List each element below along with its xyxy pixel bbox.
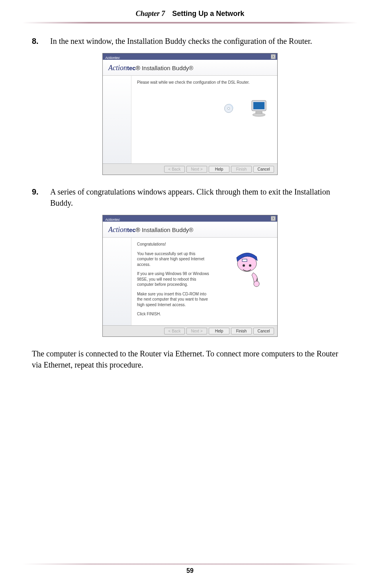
cd-icon — [223, 103, 234, 114]
cancel-button[interactable]: Cancel — [253, 166, 274, 173]
dialog-content: Congratulations! You have successfully s… — [131, 238, 277, 325]
step-8: 8. In the next window, the Installation … — [32, 35, 348, 47]
page-number: 59 — [0, 567, 380, 574]
help-button[interactable]: Help — [209, 328, 229, 334]
close-icon[interactable]: X — [271, 54, 276, 59]
next-button[interactable]: Next > — [186, 328, 207, 334]
titlebar: Actiontec X — [103, 215, 277, 222]
finish-button[interactable]: Finish — [231, 166, 252, 173]
dialog-header: Actiontec® Installation Buddy® — [103, 222, 277, 238]
brand: Actiontec® Installation Buddy® — [108, 226, 193, 233]
congrats-line: If you are using Windows 98 or Windows 9… — [137, 271, 213, 287]
step-number: 8. — [32, 35, 42, 47]
step-text: In the next window, the Installation Bud… — [50, 35, 312, 47]
installer-dialog-congrats: Actiontec X Actiontec® Installation Budd… — [102, 215, 278, 337]
next-button[interactable]: Next > — [186, 166, 207, 173]
dialog-header: Actiontec® Installation Buddy® — [103, 60, 277, 76]
dialog-buttons: < Back Next > Help Finish Cancel — [103, 325, 277, 336]
chapter-title: Setting Up a Network — [172, 10, 244, 18]
dialog-buttons: < Back Next > Help Finish Cancel — [103, 163, 277, 175]
buddy-mascot-icon — [231, 250, 267, 293]
monitor-icon — [250, 100, 269, 117]
chapter-header: Chapter 7 Setting Up a Network — [0, 0, 380, 18]
congrats-line: You have successfully set up this comput… — [137, 251, 213, 267]
svg-rect-4 — [256, 112, 262, 113]
congrats-line: Click FINISH. — [137, 311, 272, 317]
titlebar: Actiontec X — [103, 53, 277, 60]
dialog-sidebar — [103, 238, 131, 325]
svg-rect-3 — [253, 102, 264, 109]
step-9: 9. A series of congratulations windows a… — [32, 186, 348, 208]
back-button[interactable]: < Back — [164, 166, 185, 173]
dialog-content: Please wait while we check the configura… — [131, 76, 277, 163]
svg-point-1 — [227, 107, 229, 109]
finish-button[interactable]: Finish — [231, 328, 252, 334]
installer-dialog-check: Actiontec X Actiontec® Installation Budd… — [102, 53, 278, 175]
congrats-line: Congratulations! — [137, 242, 272, 247]
step-text: A series of congratulations windows appe… — [50, 186, 348, 208]
svg-point-9 — [249, 264, 251, 267]
svg-point-5 — [253, 113, 265, 116]
titlebar-text: Actiontec — [103, 55, 120, 61]
svg-point-10 — [254, 281, 259, 287]
brand: Actiontec® Installation Buddy® — [108, 65, 193, 71]
svg-point-8 — [243, 264, 245, 267]
progress-illustration — [223, 100, 269, 117]
titlebar-text: Actiontec — [103, 216, 120, 223]
dialog-sidebar — [103, 76, 131, 163]
help-button[interactable]: Help — [209, 166, 229, 173]
step-number: 9. — [32, 186, 42, 208]
status-text: Please wait while we check the configura… — [137, 80, 272, 85]
svg-rect-7 — [242, 259, 247, 262]
close-icon[interactable]: X — [271, 216, 276, 221]
closing-paragraph: The computer is connected to the Router … — [32, 348, 348, 370]
back-button[interactable]: < Back — [164, 328, 185, 334]
cancel-button[interactable]: Cancel — [253, 328, 274, 334]
footer-rule — [22, 563, 358, 565]
congrats-line: Make sure you insert this CD-ROM into th… — [137, 291, 213, 308]
chapter-prefix: Chapter 7 — [136, 10, 165, 18]
